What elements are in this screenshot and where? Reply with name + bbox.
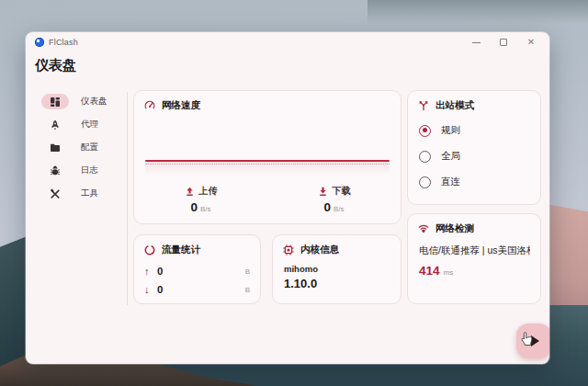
download-value: 0 bbox=[323, 200, 331, 214]
traffic-download-value: 0 bbox=[157, 284, 163, 295]
radio-unselected-icon[interactable] bbox=[419, 176, 431, 188]
core-info-card: 内核信息 mihomo 1.10.0 bbox=[272, 234, 401, 304]
folder-icon bbox=[50, 142, 61, 153]
sidebar-item-tools[interactable]: 工具 bbox=[41, 182, 126, 205]
traffic-stats-card: 流量统计 ↑ 0 B ↓ 0 B bbox=[133, 234, 261, 304]
down-arrow-icon: ↓ bbox=[144, 284, 157, 295]
download-stat: 下载 0 B/s bbox=[267, 185, 401, 214]
sidebar-item-logs[interactable]: 日志 bbox=[41, 159, 126, 182]
card-title: 出站模式 bbox=[435, 99, 474, 112]
latency-value: 414 bbox=[419, 264, 440, 278]
network-check-card: 网络检测 电信/联通推荐 | us美国洛杉... 414 ms bbox=[407, 213, 541, 304]
sidebar-label: 工具 bbox=[81, 187, 98, 199]
sidebar-label: 日志 bbox=[81, 165, 98, 176]
sidebar-label: 配置 bbox=[81, 142, 98, 153]
latency-unit: ms bbox=[444, 268, 454, 277]
sidebar-item-dashboard[interactable]: 仪表盘 bbox=[41, 90, 126, 113]
sidebar-item-profiles[interactable]: 配置 bbox=[41, 136, 126, 159]
app-name: FlClash bbox=[49, 38, 78, 47]
app-window: FlClash ✕ 仪表盘 仪表盘 代理 配置 bbox=[26, 32, 549, 364]
download-label: 下载 bbox=[333, 185, 351, 198]
sidebar-divider bbox=[127, 92, 128, 305]
download-unit: B/s bbox=[334, 205, 345, 213]
download-arrow-icon bbox=[318, 187, 328, 197]
card-title: 流量统计 bbox=[162, 244, 200, 256]
desktop: FlClash ✕ 仪表盘 仪表盘 代理 配置 bbox=[0, 0, 588, 386]
wifi-check-icon bbox=[418, 223, 429, 234]
upload-unit: B/s bbox=[200, 205, 211, 213]
traffic-upload-row: ↑ 0 B bbox=[144, 262, 250, 280]
speedometer-icon bbox=[144, 100, 155, 111]
speed-chart bbox=[145, 160, 390, 178]
card-title: 网络检测 bbox=[435, 222, 474, 235]
outbound-option-direct[interactable]: 直连 bbox=[419, 169, 540, 195]
minimize-button[interactable] bbox=[470, 37, 481, 48]
play-icon bbox=[531, 335, 539, 346]
radio-label: 直连 bbox=[441, 176, 460, 188]
titlebar[interactable]: FlClash ✕ bbox=[26, 32, 549, 52]
dashboard-icon bbox=[50, 96, 61, 108]
radio-label: 全局 bbox=[441, 150, 460, 163]
traffic-download-row: ↓ 0 B bbox=[144, 280, 250, 299]
sidebar-label: 代理 bbox=[81, 119, 98, 131]
tools-icon bbox=[50, 188, 61, 199]
window-controls: ✕ bbox=[470, 37, 540, 48]
netcheck-provider: 电信/联通推荐 | us美国洛杉... bbox=[419, 244, 530, 257]
sidebar: 仪表盘 代理 配置 日志 工具 bbox=[41, 90, 126, 205]
radio-unselected-icon[interactable] bbox=[419, 151, 431, 163]
upload-stat: 上传 0 B/s bbox=[134, 185, 267, 214]
page-title: 仪表盘 bbox=[35, 57, 76, 74]
card-title: 内核信息 bbox=[300, 244, 339, 256]
upload-value: 0 bbox=[190, 200, 198, 214]
sidebar-item-proxies[interactable]: 代理 bbox=[41, 113, 126, 136]
upload-label: 上传 bbox=[199, 185, 218, 198]
rocket-icon bbox=[50, 119, 61, 131]
chip-icon bbox=[283, 244, 294, 255]
core-version: 1.10.0 bbox=[273, 274, 401, 290]
traffic-upload-unit: B bbox=[245, 267, 250, 276]
outbound-mode-card: 出站模式 规则 全局 直连 bbox=[407, 90, 541, 205]
maximize-button[interactable] bbox=[498, 37, 509, 48]
traffic-upload-value: 0 bbox=[157, 266, 163, 277]
start-proxy-fab[interactable] bbox=[516, 324, 549, 358]
upload-arrow-icon bbox=[185, 187, 195, 197]
close-button[interactable]: ✕ bbox=[526, 37, 537, 48]
core-name: mihomo bbox=[273, 256, 401, 274]
call-split-icon bbox=[418, 100, 429, 111]
radio-selected-icon[interactable] bbox=[419, 125, 431, 137]
bug-icon bbox=[50, 165, 61, 176]
app-logo-icon bbox=[35, 38, 44, 47]
speed-chart-fill bbox=[145, 162, 390, 175]
data-usage-icon bbox=[144, 244, 155, 255]
card-title: 网络速度 bbox=[162, 99, 200, 112]
wallpaper-top-shadow bbox=[368, 0, 588, 24]
radio-label: 规则 bbox=[441, 124, 460, 137]
netcheck-latency: 414 ms bbox=[419, 264, 540, 278]
outbound-option-global[interactable]: 全局 bbox=[419, 143, 540, 169]
network-speed-card: 网络速度 上传 0 B/s bbox=[133, 90, 401, 224]
outbound-option-rule[interactable]: 规则 bbox=[419, 118, 540, 143]
up-arrow-icon: ↑ bbox=[144, 266, 157, 277]
traffic-download-unit: B bbox=[245, 286, 250, 294]
sidebar-label: 仪表盘 bbox=[81, 96, 107, 108]
